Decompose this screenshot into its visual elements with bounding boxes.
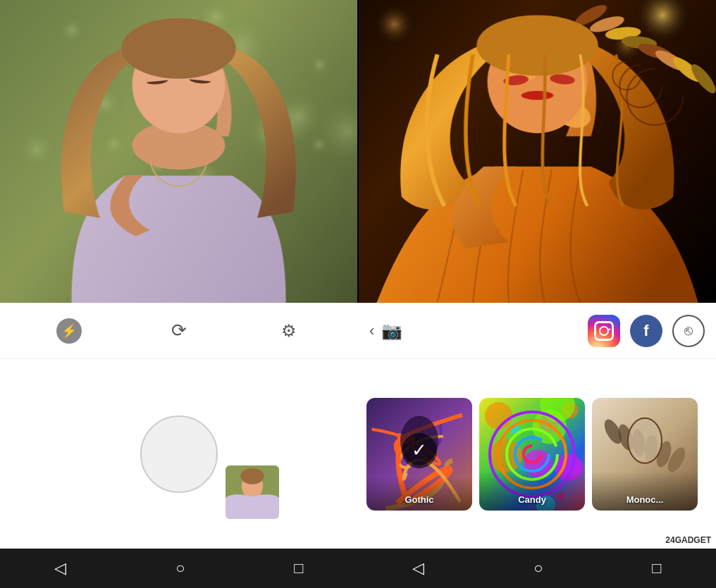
back-arrow-button[interactable]: ‹	[369, 322, 374, 340]
nav-bar-right: ◁ ○ □ 24GADGET	[358, 549, 716, 588]
filter-candy-canvas	[479, 398, 585, 511]
bottom-half: ⚡ ⟳ ⚙ ◁ ○ □ ‹ 📷	[0, 303, 716, 588]
flash-button[interactable]: ⚡	[54, 315, 85, 346]
phone-right-bottom: ‹ 📷 f ⎋ ✓ Gothic	[358, 303, 716, 588]
recents-nav-right[interactable]: □	[652, 559, 661, 577]
recents-nav-left[interactable]: □	[294, 559, 303, 577]
toolbar-left: ⚡ ⟳ ⚙	[0, 303, 358, 359]
gear-icon: ⚙	[281, 321, 297, 341]
share-button[interactable]: ⎋	[672, 315, 705, 347]
photo-row	[0, 0, 716, 303]
thumbnail-box[interactable]	[224, 464, 280, 520]
big-circle-selector[interactable]	[140, 415, 218, 493]
stylized-photo-panel	[359, 0, 716, 303]
nav-bar-left: ◁ ○ □	[0, 549, 358, 588]
share-icon: ⎋	[684, 323, 693, 339]
filter-candy-label: Candy	[479, 494, 585, 505]
flash-icon: ⚡	[56, 318, 82, 344]
watermark-label: 24GADGET	[663, 534, 713, 546]
original-photo-panel	[0, 0, 359, 303]
home-nav-right[interactable]: ○	[533, 559, 543, 577]
left-content-area	[0, 359, 358, 549]
toolbar-right: ‹ 📷 f ⎋	[358, 303, 716, 359]
filter-item-gothic[interactable]: ✓ Gothic	[366, 398, 472, 511]
toolbar-right-right-group: f ⎋	[588, 315, 705, 347]
filter-mono-canvas	[592, 398, 698, 511]
thumbnail-canvas	[226, 465, 279, 519]
filter-selected-check: ✓	[402, 433, 437, 468]
filter-item-candy[interactable]: Candy	[479, 398, 585, 511]
instagram-button[interactable]	[588, 315, 620, 347]
filter-strip: ✓ Gothic Candy Monoc...	[358, 359, 716, 549]
filter-mono-label: Monoc...	[592, 494, 698, 505]
camera-button[interactable]: 📷	[381, 321, 402, 341]
rotate-icon: ⟳	[171, 320, 187, 342]
original-photo-canvas	[0, 0, 357, 303]
home-nav-left[interactable]: ○	[175, 559, 185, 577]
phone-left-bottom: ⚡ ⟳ ⚙ ◁ ○ □	[0, 303, 358, 588]
settings-button[interactable]: ⚙	[273, 315, 304, 346]
back-nav-right[interactable]: ◁	[412, 559, 424, 577]
stylized-photo-canvas	[359, 0, 716, 303]
instagram-icon	[594, 321, 614, 341]
facebook-button[interactable]: f	[630, 315, 662, 347]
rotate-button[interactable]: ⟳	[163, 315, 195, 346]
back-nav-left[interactable]: ◁	[54, 559, 66, 577]
facebook-icon: f	[643, 322, 648, 340]
toolbar-right-left-group: ‹ 📷	[369, 321, 402, 341]
filter-gothic-label: Gothic	[366, 494, 472, 505]
filter-item-monochrome[interactable]: Monoc...	[592, 398, 698, 511]
